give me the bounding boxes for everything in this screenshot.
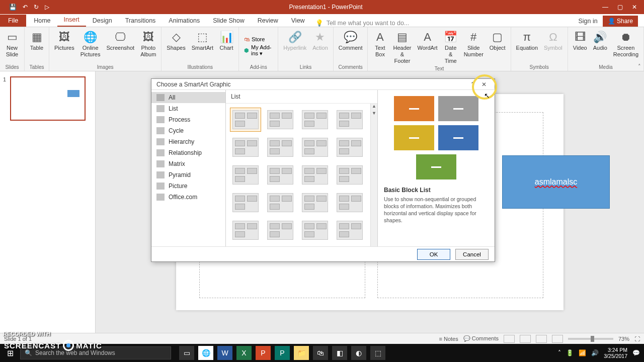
- video-button[interactable]: 🎞Video: [570, 28, 590, 64]
- category-all[interactable]: All: [151, 92, 225, 103]
- audio-button[interactable]: 🔊Audio: [590, 28, 610, 64]
- layout-option[interactable]: [265, 108, 296, 132]
- app-icon-3[interactable]: ⬚: [370, 346, 385, 360]
- task-view-icon[interactable]: ▭: [179, 346, 194, 360]
- layout-option[interactable]: [334, 163, 365, 187]
- screenshot-button[interactable]: 🖵Screenshot: [104, 28, 138, 64]
- online-pictures-button[interactable]: 🌐OnlinePictures: [77, 28, 104, 64]
- category-process[interactable]: Process: [151, 114, 225, 125]
- pictures-button[interactable]: 🖼Pictures: [51, 28, 77, 64]
- my-addins-button[interactable]: ⬢ My Add-ins ▾: [244, 44, 273, 57]
- table-button[interactable]: ▦Table: [27, 28, 47, 64]
- share-button[interactable]: 👤 Share: [603, 16, 638, 27]
- screen-recording-button[interactable]: ⏺ScreenRecording: [610, 28, 641, 64]
- slide-thumbnail-1[interactable]: 1: [5, 76, 90, 121]
- layout-option[interactable]: [230, 218, 261, 242]
- shapes-button[interactable]: ◇Shapes: [164, 28, 188, 64]
- text-box-shape[interactable]: asmlamalsc: [502, 155, 610, 209]
- gallery-scrollbar[interactable]: ▲ ▼: [370, 104, 377, 246]
- layout-option[interactable]: [230, 135, 261, 159]
- dialog-close-button[interactable]: ✕: [478, 81, 490, 88]
- word-icon[interactable]: W: [217, 346, 232, 360]
- date-time-button[interactable]: 📅Date &Time: [441, 28, 461, 66]
- tab-view[interactable]: View: [285, 15, 311, 27]
- tab-animations[interactable]: Animations: [162, 15, 206, 27]
- zoom-level[interactable]: 73%: [618, 336, 629, 342]
- undo-icon[interactable]: ↶: [23, 4, 28, 11]
- category-pyramid[interactable]: Pyramid: [151, 169, 225, 180]
- tab-file[interactable]: File: [0, 15, 26, 27]
- chart-button[interactable]: 📊Chart: [216, 28, 236, 64]
- category-relationship[interactable]: Relationship: [151, 147, 225, 158]
- category-list[interactable]: List: [151, 103, 225, 114]
- publisher-icon[interactable]: P: [275, 346, 290, 360]
- store-icon[interactable]: 🛍: [313, 346, 328, 360]
- slideshow-view-button[interactable]: [552, 335, 563, 343]
- tab-transitions[interactable]: Transitions: [119, 15, 163, 27]
- ok-button[interactable]: OK: [417, 249, 450, 260]
- comments-button[interactable]: 💬 Comments: [463, 335, 499, 342]
- tab-home[interactable]: Home: [27, 15, 57, 27]
- category-picture[interactable]: Picture: [151, 180, 225, 192]
- layout-option[interactable]: [265, 135, 296, 159]
- smartart-button[interactable]: ⬚SmartArt: [189, 28, 216, 64]
- layout-option[interactable]: [299, 135, 331, 159]
- reading-view-button[interactable]: [536, 335, 547, 343]
- layout-option[interactable]: [334, 191, 365, 215]
- equation-button[interactable]: πEquation: [513, 28, 541, 64]
- fit-to-window-button[interactable]: ⛶: [634, 336, 640, 342]
- layout-option[interactable]: [230, 163, 261, 187]
- layout-option[interactable]: [230, 191, 261, 215]
- powerpoint-icon[interactable]: P: [256, 346, 271, 360]
- battery-icon[interactable]: 🔋: [566, 349, 574, 356]
- tab-slideshow[interactable]: Slide Show: [206, 15, 251, 27]
- maximize-icon[interactable]: ▢: [617, 4, 623, 11]
- layout-option[interactable]: [299, 218, 331, 242]
- layout-option[interactable]: [334, 108, 365, 132]
- normal-view-button[interactable]: [504, 335, 515, 343]
- app-icon-2[interactable]: ◐: [351, 346, 366, 360]
- save-icon[interactable]: 💾: [9, 4, 17, 11]
- scroll-down-icon[interactable]: ▼: [371, 111, 377, 118]
- notes-button[interactable]: ≡ Notes: [439, 336, 458, 342]
- text-box-button[interactable]: ATextBox: [370, 28, 390, 66]
- cancel-button[interactable]: Cancel: [455, 249, 489, 260]
- dialog-help-button[interactable]: ?: [467, 81, 478, 88]
- layout-option[interactable]: [334, 135, 365, 159]
- close-window-icon[interactable]: ✕: [632, 4, 637, 11]
- wordart-button[interactable]: AWordArt: [415, 28, 441, 66]
- notifications-icon[interactable]: 💬: [632, 349, 640, 356]
- category-cycle[interactable]: Cycle: [151, 125, 225, 136]
- object-button[interactable]: ▢Object: [487, 28, 509, 66]
- explorer-icon[interactable]: 📁: [294, 346, 309, 360]
- photo-album-button[interactable]: 🖼PhotoAlbum: [137, 28, 159, 64]
- tab-design[interactable]: Design: [86, 15, 119, 27]
- taskbar-clock[interactable]: 3:24 PM 3/25/2017: [604, 347, 627, 359]
- layout-option[interactable]: [265, 163, 296, 187]
- scroll-up-icon[interactable]: ▲: [371, 104, 377, 111]
- chrome-icon[interactable]: 🌐: [198, 346, 213, 360]
- minimize-icon[interactable]: —: [602, 4, 608, 11]
- category-office-com[interactable]: Office.com: [151, 192, 225, 203]
- layout-option[interactable]: [265, 218, 296, 242]
- header-footer-button[interactable]: ▤Header& Footer: [390, 28, 414, 66]
- zoom-slider[interactable]: [568, 338, 613, 340]
- category-matrix[interactable]: Matrix: [151, 158, 225, 169]
- start-from-beginning-icon[interactable]: ▷: [45, 4, 49, 11]
- comment-button[interactable]: 💬Comment: [336, 28, 366, 64]
- layout-option[interactable]: [299, 191, 331, 215]
- sign-in-link[interactable]: Sign in: [578, 18, 597, 25]
- layout-option[interactable]: [230, 108, 261, 132]
- store-button[interactable]: 🛍 Store: [244, 36, 273, 42]
- tab-review[interactable]: Review: [251, 15, 285, 27]
- layout-option[interactable]: [299, 163, 331, 187]
- volume-icon[interactable]: 🔊: [591, 349, 599, 356]
- new-slide-button[interactable]: ▭NewSlide: [2, 28, 22, 64]
- tell-me-search[interactable]: Tell me what you want to do...: [327, 20, 410, 27]
- slide-number-button[interactable]: #SlideNumber: [461, 28, 487, 66]
- layout-option[interactable]: [265, 191, 296, 215]
- layout-option[interactable]: [334, 218, 365, 242]
- excel-icon[interactable]: X: [236, 346, 252, 360]
- tray-up-icon[interactable]: ˄: [558, 349, 561, 356]
- tab-insert[interactable]: Insert: [57, 14, 86, 27]
